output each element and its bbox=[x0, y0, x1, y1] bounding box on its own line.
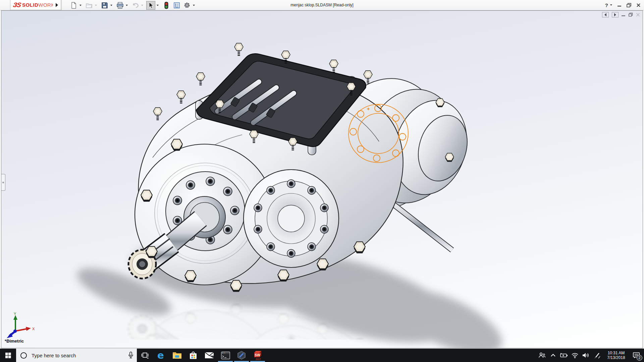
svg-text:SW: SW bbox=[255, 353, 260, 357]
desktop: { "titlebar": { "brand": { "mark": "ЗS",… bbox=[0, 0, 644, 362]
people-icon bbox=[538, 352, 546, 359]
rebuild-traffic-light-icon bbox=[164, 2, 169, 9]
document-window-controls bbox=[602, 12, 640, 17]
open-folder-icon bbox=[86, 2, 93, 9]
taskbar-store-button[interactable] bbox=[185, 349, 201, 362]
task-view-icon bbox=[141, 351, 149, 359]
options-dropdown[interactable] bbox=[192, 1, 196, 10]
taskbar-command-prompt-button[interactable]: C:\ bbox=[217, 349, 233, 362]
window-controls: ? bbox=[605, 0, 641, 10]
triad-x-label: X bbox=[32, 327, 35, 331]
new-document-icon bbox=[70, 2, 77, 9]
pen-icon bbox=[594, 352, 600, 359]
hexagon-tool-icon bbox=[237, 351, 246, 360]
hidden-icons-button[interactable] bbox=[548, 349, 558, 362]
action-center-button[interactable]: 2 bbox=[629, 349, 643, 362]
microphone-icon[interactable] bbox=[128, 352, 133, 359]
menu-expand-button[interactable] bbox=[53, 0, 61, 10]
window-title: menjac sklop.SLDASM [Read-only] bbox=[290, 0, 353, 10]
start-button[interactable] bbox=[0, 349, 16, 362]
file-properties-button[interactable] bbox=[172, 1, 181, 10]
options-gear-icon bbox=[183, 2, 191, 9]
feature-panel-collapsed-tab[interactable] bbox=[1, 174, 5, 191]
print-icon bbox=[116, 2, 124, 9]
command-prompt-icon: C:\ bbox=[221, 352, 230, 359]
titlebar: ЗS SOLIDWORKS menjac sklop. bbox=[0, 0, 644, 10]
brand-solid: SOLID bbox=[22, 2, 38, 8]
volume-icon bbox=[582, 352, 589, 358]
undo-dropdown[interactable] bbox=[140, 1, 144, 10]
solidworks-2017-icon: SW 2017 bbox=[253, 350, 262, 361]
new-document-dropdown[interactable] bbox=[78, 1, 83, 10]
taskbar-solidworks-2017-button[interactable]: SW 2017 bbox=[250, 349, 266, 362]
next-pane-button[interactable] bbox=[612, 12, 619, 17]
edge-icon: e bbox=[156, 350, 166, 360]
help-dropdown[interactable] bbox=[610, 4, 612, 6]
volume-button[interactable] bbox=[580, 349, 591, 362]
select-dropdown[interactable] bbox=[155, 1, 160, 10]
doc-minimize-button[interactable] bbox=[622, 13, 626, 17]
taskbar-file-explorer-button[interactable] bbox=[169, 349, 185, 362]
quick-access-toolbar bbox=[69, 1, 198, 10]
rebuild-button[interactable] bbox=[162, 1, 171, 10]
gearbox-3d-model[interactable] bbox=[1, 10, 643, 348]
restore-button[interactable] bbox=[627, 3, 631, 7]
reference-triad: Y X Z bbox=[5, 312, 38, 343]
right-arrow-icon bbox=[614, 13, 616, 16]
minimize-button[interactable] bbox=[617, 3, 622, 7]
view-orientation-label: *Dimetric bbox=[5, 339, 24, 344]
cortana-search-icon bbox=[20, 352, 27, 359]
windows-ink-button[interactable] bbox=[591, 349, 603, 362]
svg-text:2017: 2017 bbox=[256, 358, 261, 360]
options-button[interactable] bbox=[182, 1, 192, 10]
svg-text:C:\: C:\ bbox=[222, 352, 225, 354]
select-cursor-icon bbox=[148, 2, 154, 9]
svg-text:e: e bbox=[157, 350, 164, 360]
undo-icon bbox=[132, 2, 139, 9]
file-properties-icon bbox=[173, 2, 180, 9]
graphics-viewport[interactable]: Y X Z *Dimetric bbox=[1, 10, 643, 348]
network-button[interactable] bbox=[570, 349, 580, 362]
print-dropdown[interactable] bbox=[124, 1, 129, 10]
wifi-icon bbox=[571, 353, 579, 358]
taskbar-clock[interactable]: 10:31 AM 7/13/2018 bbox=[603, 349, 629, 362]
store-icon bbox=[189, 351, 197, 360]
people-button[interactable] bbox=[536, 349, 548, 362]
taskbar-solidworks-utility-button[interactable] bbox=[233, 349, 250, 362]
panel-tab-dot-icon bbox=[2, 182, 4, 183]
gearbox-assembly[interactable] bbox=[128, 43, 477, 292]
mail-icon bbox=[205, 352, 214, 359]
notification-badge: 2 bbox=[637, 355, 642, 361]
ds-logo-mark: ЗS bbox=[12, 1, 21, 9]
taskbar-edge-button[interactable]: e bbox=[153, 349, 169, 362]
save-dropdown[interactable] bbox=[109, 1, 113, 10]
close-button[interactable] bbox=[636, 3, 641, 7]
taskbar-search-box[interactable]: Type here to search bbox=[16, 349, 137, 362]
help-button[interactable]: ? bbox=[605, 2, 608, 8]
select-button[interactable] bbox=[146, 1, 155, 10]
expand-arrow-icon bbox=[56, 3, 58, 7]
chevron-up-icon bbox=[550, 353, 556, 357]
windows-logo-icon bbox=[5, 353, 11, 358]
open-button[interactable] bbox=[85, 1, 94, 10]
print-button[interactable] bbox=[115, 1, 124, 10]
battery-charging-icon bbox=[560, 353, 568, 358]
save-floppy-icon bbox=[101, 2, 108, 9]
clock-date: 7/13/2018 bbox=[607, 355, 625, 360]
save-button[interactable] bbox=[100, 1, 109, 10]
open-dropdown[interactable] bbox=[94, 1, 98, 10]
clock-time: 10:31 AM bbox=[607, 351, 625, 355]
taskbar: Type here to search e bbox=[0, 349, 644, 362]
previous-pane-button[interactable] bbox=[602, 12, 609, 17]
task-view-button[interactable] bbox=[137, 349, 153, 362]
doc-restore-button[interactable] bbox=[629, 13, 633, 17]
battery-button[interactable] bbox=[558, 349, 570, 362]
taskbar-mail-button[interactable] bbox=[201, 349, 217, 362]
file-explorer-icon bbox=[172, 351, 182, 359]
system-tray: 10:31 AM 7/13/2018 2 bbox=[536, 349, 644, 362]
undo-button[interactable] bbox=[131, 1, 140, 10]
left-arrow-icon bbox=[604, 13, 606, 16]
search-placeholder: Type here to search bbox=[32, 353, 76, 358]
new-document-button[interactable] bbox=[69, 1, 78, 10]
doc-close-button[interactable] bbox=[636, 13, 640, 17]
